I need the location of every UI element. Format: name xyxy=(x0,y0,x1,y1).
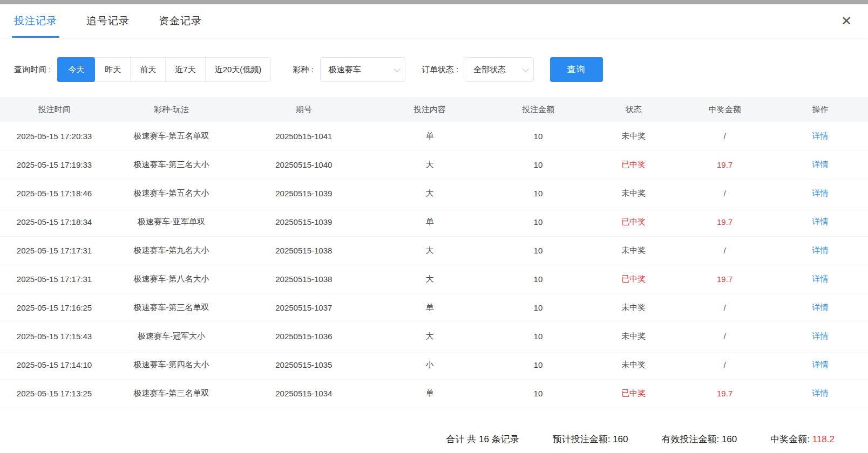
records-table: 投注时间彩种-玩法期号投注内容投注金额状态中奖金额操作 2025-05-15 1… xyxy=(0,97,868,408)
time-range-option[interactable]: 近7天 xyxy=(165,58,205,81)
prize-amount: / xyxy=(677,122,772,150)
status-badge: 未中奖 xyxy=(590,351,677,379)
bet-amount: 10 xyxy=(486,236,590,265)
bet-time: 2025-05-15 17:17:31 xyxy=(0,265,109,293)
bet-time: 2025-05-15 17:15:43 xyxy=(0,322,109,351)
time-range-option[interactable]: 前天 xyxy=(130,58,165,81)
bet-amount: 10 xyxy=(486,322,590,351)
tab-chase-records[interactable]: 追号记录 xyxy=(86,4,130,38)
table-header-row: 投注时间彩种-玩法期号投注内容投注金额状态中奖金额操作 xyxy=(0,97,868,122)
time-range-option[interactable]: 今天 xyxy=(57,57,95,82)
game-play: 极速赛车-第三名单双 xyxy=(109,379,234,408)
column-header: 投注金额 xyxy=(486,97,590,122)
order-status-select[interactable]: 全部状态 xyxy=(465,57,534,82)
detail-link[interactable]: 详情 xyxy=(772,322,868,351)
status-filter-label: 订单状态 : xyxy=(422,65,458,75)
records-table-wrap: 投注时间彩种-玩法期号投注内容投注金额状态中奖金额操作 2025-05-15 1… xyxy=(0,97,868,411)
order-status-select-value: 全部状态 xyxy=(473,65,506,75)
bet-amount: 10 xyxy=(486,351,590,379)
search-button[interactable]: 查询 xyxy=(550,57,603,82)
bet-amount: 10 xyxy=(486,379,590,408)
bet-content: 单 xyxy=(373,293,486,322)
summary-prize-label: 中奖金额: xyxy=(770,434,812,444)
table-row: 2025-05-15 17:18:46极速赛车-第五名大小20250515-10… xyxy=(0,179,868,208)
detail-link[interactable]: 详情 xyxy=(772,293,868,322)
issue-number: 20250515-1039 xyxy=(234,179,373,208)
detail-link[interactable]: 详情 xyxy=(772,208,868,236)
time-range-option[interactable]: 近20天(低频) xyxy=(205,58,271,81)
bet-content: 单 xyxy=(373,379,486,408)
bet-time: 2025-05-15 17:14:10 xyxy=(0,351,109,379)
bet-amount: 10 xyxy=(486,179,590,208)
bet-time: 2025-05-15 17:17:31 xyxy=(0,236,109,265)
time-range-group: 今天昨天前天近7天近20天(低频) xyxy=(57,57,271,82)
table-row: 2025-05-15 17:14:10极速赛车-第四名大小20250515-10… xyxy=(0,351,868,379)
status-badge: 已中奖 xyxy=(590,265,677,293)
bet-time: 2025-05-15 17:20:33 xyxy=(0,122,109,150)
game-play: 极速赛车-冠军大小 xyxy=(109,322,234,351)
detail-link[interactable]: 详情 xyxy=(772,236,868,265)
detail-link[interactable]: 详情 xyxy=(772,150,868,179)
chevron-down-icon xyxy=(522,65,529,72)
detail-link[interactable]: 详情 xyxy=(772,265,868,293)
game-play: 极速赛车-第九名大小 xyxy=(109,236,234,265)
column-header: 中奖金额 xyxy=(677,97,772,122)
status-badge: 未中奖 xyxy=(590,293,677,322)
summary-prize-amount: 中奖金额: 118.2 xyxy=(770,433,835,445)
column-header: 操作 xyxy=(772,97,868,122)
lottery-select[interactable]: 极速赛车 xyxy=(320,57,405,82)
bet-content: 小 xyxy=(373,351,486,379)
bet-amount: 10 xyxy=(486,265,590,293)
bet-amount: 10 xyxy=(486,293,590,322)
chevron-down-icon xyxy=(394,65,401,72)
game-play: 极速赛车-第三名大小 xyxy=(109,150,234,179)
tab-list: 投注记录 追号记录 资金记录 xyxy=(14,4,202,38)
summary-prize-value: 118.2 xyxy=(812,434,835,444)
close-icon[interactable]: ✕ xyxy=(839,12,854,30)
filter-bar: 查询时间 : 今天昨天前天近7天近20天(低频) 彩种 : 极速赛车 订单状态 … xyxy=(0,57,868,82)
detail-link[interactable]: 详情 xyxy=(772,179,868,208)
betting-records-window: 投注记录 追号记录 资金记录 ✕ 查询时间 : 今天昨天前天近7天近20天(低频… xyxy=(0,0,868,453)
issue-number: 20250515-1035 xyxy=(234,351,373,379)
status-badge: 未中奖 xyxy=(590,122,677,150)
detail-link[interactable]: 详情 xyxy=(772,351,868,379)
tab-betting-records[interactable]: 投注记录 xyxy=(14,4,57,38)
bet-time: 2025-05-15 17:18:46 xyxy=(0,179,109,208)
game-play: 极速赛车-第五名大小 xyxy=(109,179,234,208)
table-body: 2025-05-15 17:20:33极速赛车-第五名单双20250515-10… xyxy=(0,122,868,408)
table-row: 2025-05-15 17:15:43极速赛车-冠军大小20250515-103… xyxy=(0,322,868,351)
column-header: 状态 xyxy=(590,97,677,122)
tab-fund-records[interactable]: 资金记录 xyxy=(159,4,202,38)
bet-amount: 10 xyxy=(486,122,590,150)
column-header: 投注内容 xyxy=(373,97,486,122)
bet-time: 2025-05-15 17:16:25 xyxy=(0,293,109,322)
bet-content: 大 xyxy=(373,265,486,293)
bet-amount: 10 xyxy=(486,208,590,236)
column-header: 投注时间 xyxy=(0,97,109,122)
game-play: 极速赛车-第三名单双 xyxy=(109,293,234,322)
time-range-option[interactable]: 昨天 xyxy=(95,58,130,81)
detail-link[interactable]: 详情 xyxy=(772,379,868,408)
issue-number: 20250515-1041 xyxy=(234,122,373,150)
top-strip xyxy=(0,0,868,4)
lottery-filter-label: 彩种 : xyxy=(293,65,313,75)
status-badge: 未中奖 xyxy=(590,322,677,351)
game-play: 极速赛车-第五名单双 xyxy=(109,122,234,150)
table-row: 2025-05-15 17:17:31极速赛车-第九名大小20250515-10… xyxy=(0,236,868,265)
table-row: 2025-05-15 17:20:33极速赛车-第五名单双20250515-10… xyxy=(0,122,868,150)
issue-number: 20250515-1034 xyxy=(234,379,373,408)
table-row: 2025-05-15 17:17:31极速赛车-第八名大小20250515-10… xyxy=(0,265,868,293)
detail-link[interactable]: 详情 xyxy=(772,122,868,150)
summary-expected-amount: 预计投注金额: 160 xyxy=(553,433,628,445)
game-play: 极速赛车-第八名大小 xyxy=(109,265,234,293)
prize-amount: / xyxy=(677,322,772,351)
status-badge: 未中奖 xyxy=(590,179,677,208)
summary-total-records: 合计 共 16 条记录 xyxy=(446,433,519,445)
prize-amount: 19.7 xyxy=(677,150,772,179)
prize-amount: 19.7 xyxy=(677,208,772,236)
summary-valid-amount: 有效投注金额: 160 xyxy=(661,433,737,445)
issue-number: 20250515-1040 xyxy=(234,150,373,179)
summary-bar: 合计 共 16 条记录 预计投注金额: 160 有效投注金额: 160 中奖金额… xyxy=(0,411,868,453)
status-badge: 未中奖 xyxy=(590,236,677,265)
prize-amount: / xyxy=(677,179,772,208)
